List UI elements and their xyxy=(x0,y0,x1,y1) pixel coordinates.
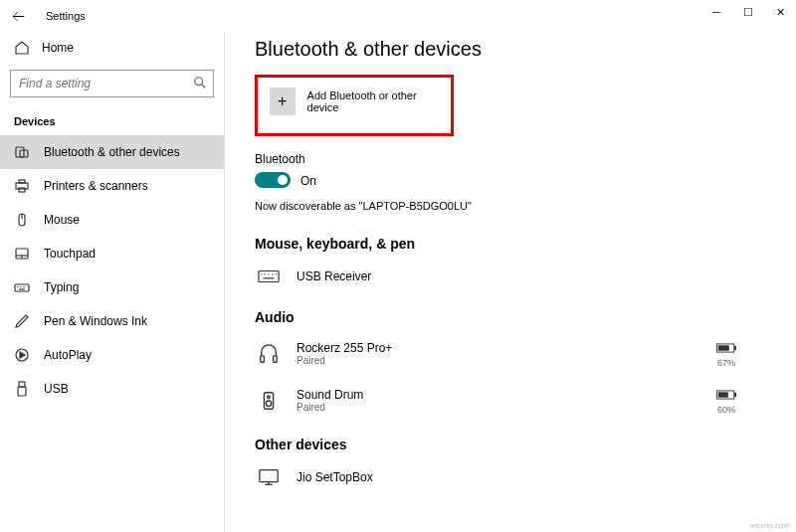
titlebar: 🡠 Settings xyxy=(0,0,796,32)
add-device-button[interactable]: + Add Bluetooth or other device xyxy=(255,75,454,136)
discoverable-text: Now discoverable as "LAPTOP-B5DGO0LU" xyxy=(255,200,766,212)
device-name: Jio SetTopBox xyxy=(297,470,766,484)
home-label: Home xyxy=(42,41,74,55)
svg-rect-38 xyxy=(260,470,278,482)
svg-rect-30 xyxy=(734,346,736,351)
sidebar-item-label: Pen & Windows Ink xyxy=(44,314,147,328)
bluetooth-toggle[interactable] xyxy=(255,172,291,188)
battery-icon xyxy=(716,339,736,357)
sidebar-item-label: AutoPlay xyxy=(44,348,92,362)
keyboard-icon xyxy=(255,266,283,287)
bluetooth-label: Bluetooth xyxy=(255,152,766,166)
back-button[interactable]: 🡠 xyxy=(12,9,32,24)
watermark: wsxdn.com xyxy=(750,521,790,530)
page-title: Bluetooth & other devices xyxy=(255,38,766,61)
sidebar-item-mouse[interactable]: Mouse xyxy=(0,203,224,237)
device-status: Paired xyxy=(297,402,702,413)
svg-rect-37 xyxy=(718,392,728,397)
sidebar-item-label: Touchpad xyxy=(44,247,96,261)
sidebar-item-label: Mouse xyxy=(44,213,80,227)
speaker-icon xyxy=(255,390,283,412)
device-usb-receiver[interactable]: USB Receiver xyxy=(255,262,766,301)
svg-rect-20 xyxy=(259,271,279,282)
close-button[interactable]: ✕ xyxy=(764,0,796,24)
device-name: Rockerz 255 Pro+ xyxy=(297,341,702,355)
sidebar-item-bluetooth[interactable]: Bluetooth & other devices xyxy=(0,135,224,169)
home-button[interactable]: Home xyxy=(0,34,224,62)
sidebar: Home Devices Bluetooth & other devices P… xyxy=(0,32,225,532)
device-status: Paired xyxy=(297,355,702,366)
section-other: Other devices xyxy=(255,437,766,452)
sidebar-item-label: Printers & scanners xyxy=(44,179,148,193)
headphones-icon xyxy=(255,343,283,365)
sidebar-item-pen[interactable]: Pen & Windows Ink xyxy=(0,304,224,338)
bluetooth-devices-icon xyxy=(14,144,30,160)
device-sound-drum[interactable]: Sound Drum Paired 60% xyxy=(255,382,766,429)
touchpad-icon xyxy=(14,246,30,262)
svg-point-33 xyxy=(268,395,271,398)
search-container xyxy=(10,70,214,97)
search-input[interactable] xyxy=(11,71,185,96)
device-name: USB Receiver xyxy=(297,269,766,283)
svg-rect-19 xyxy=(18,387,26,396)
svg-rect-27 xyxy=(261,355,265,361)
svg-rect-28 xyxy=(274,355,278,361)
svg-rect-31 xyxy=(718,345,729,350)
keyboard-icon xyxy=(14,279,30,295)
maximize-button[interactable]: ☐ xyxy=(732,0,764,24)
toggle-knob xyxy=(278,175,288,185)
sidebar-item-touchpad[interactable]: Touchpad xyxy=(0,237,224,270)
svg-point-34 xyxy=(266,401,272,407)
add-device-label: Add Bluetooth or other device xyxy=(307,89,439,113)
sidebar-section-label: Devices xyxy=(0,109,224,135)
mouse-icon xyxy=(14,212,30,228)
bluetooth-state: On xyxy=(300,174,316,188)
battery-percent: 67% xyxy=(717,358,735,368)
battery-indicator: 60% xyxy=(716,386,736,415)
sidebar-item-printers[interactable]: Printers & scanners xyxy=(0,169,224,203)
svg-line-1 xyxy=(202,85,206,89)
plus-icon: + xyxy=(270,88,296,115)
sidebar-item-autoplay[interactable]: AutoPlay xyxy=(0,338,224,372)
battery-icon xyxy=(716,386,736,404)
sidebar-item-usb[interactable]: USB xyxy=(0,372,224,406)
svg-rect-18 xyxy=(19,382,25,387)
svg-rect-36 xyxy=(734,393,736,398)
battery-indicator: 67% xyxy=(716,339,736,368)
section-mouse-keyboard-pen: Mouse, keyboard, & pen xyxy=(255,236,766,252)
search-icon[interactable] xyxy=(193,76,207,92)
window-title: Settings xyxy=(46,10,86,22)
device-name: Sound Drum xyxy=(297,388,702,402)
autoplay-icon xyxy=(14,347,30,363)
svg-point-0 xyxy=(195,78,203,86)
battery-percent: 60% xyxy=(717,405,735,415)
display-icon xyxy=(255,466,283,488)
section-audio: Audio xyxy=(255,309,766,325)
sidebar-item-label: USB xyxy=(44,382,69,396)
svg-rect-12 xyxy=(15,284,29,291)
pen-icon xyxy=(14,313,30,329)
minimize-button[interactable]: ─ xyxy=(700,0,732,24)
device-rockerz[interactable]: Rockerz 255 Pro+ Paired 67% xyxy=(255,335,766,382)
home-icon xyxy=(14,40,30,56)
main-content: Bluetooth & other devices + Add Bluetoot… xyxy=(225,32,796,532)
usb-icon xyxy=(14,381,30,397)
window-controls: ─ ☐ ✕ xyxy=(700,0,796,24)
printer-icon xyxy=(14,178,30,194)
device-settopbox[interactable]: Jio SetTopBox xyxy=(255,462,766,502)
svg-rect-5 xyxy=(19,180,25,183)
sidebar-item-label: Bluetooth & other devices xyxy=(44,145,180,159)
sidebar-item-label: Typing xyxy=(44,280,79,294)
sidebar-item-typing[interactable]: Typing xyxy=(0,270,224,304)
